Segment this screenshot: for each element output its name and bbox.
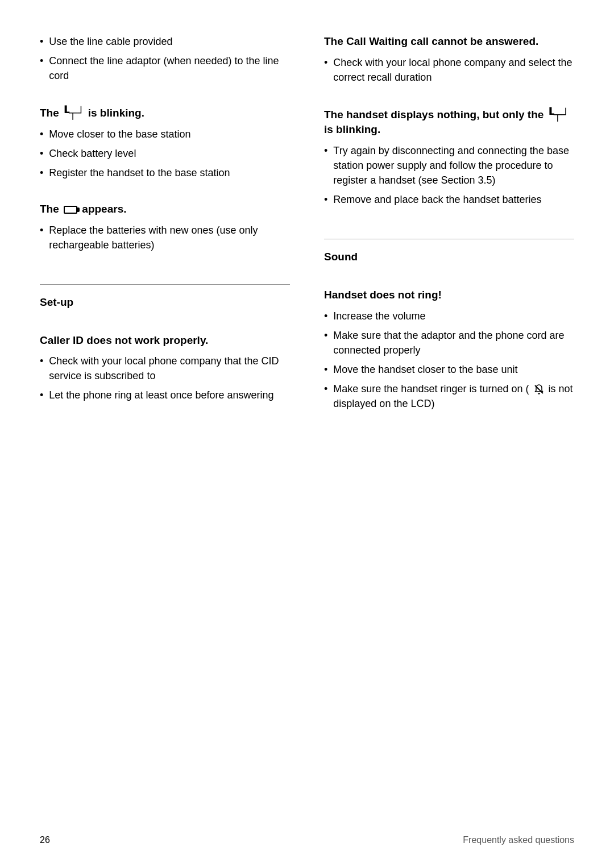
list-item: Move the handset closer to the base unit	[324, 362, 574, 377]
item-text: Register the handset to the base station	[49, 165, 230, 180]
page: Use the line cable provided Connect the …	[0, 0, 614, 868]
handset-blank-list: Try again by disconnecting and connectin…	[324, 143, 574, 207]
item-text: Replace the batteries with new ones (use…	[49, 223, 290, 252]
section-sound-label: Sound	[324, 250, 574, 271]
battery-appears-list: Replace the batteries with new ones (use…	[40, 223, 290, 252]
list-item: Connect the line adaptor (when needed) t…	[40, 53, 290, 83]
item-text: Increase the volume	[333, 309, 425, 323]
list-item: Remove and place back the handset batter…	[324, 192, 574, 207]
footer-section-label: Frequently asked questions	[463, 835, 574, 845]
antenna-icon2: ┖┬┘	[547, 108, 570, 121]
item-text: Move the handset closer to the base unit	[333, 362, 517, 377]
item-text: Check with your local phone company and …	[333, 55, 574, 85]
section-call-waiting: The Call Waiting call cannot be answered…	[324, 34, 574, 89]
battery-appears-title: The appears.	[40, 202, 290, 217]
handset-ring-list: Increase the volume Make sure that the a…	[324, 309, 574, 412]
list-item: Make sure that the adaptor and the phone…	[324, 328, 574, 358]
antenna-icon: ┖┬┘	[62, 106, 85, 119]
antenna-blinking-title: The ┖┬┘ is blinking.	[40, 105, 290, 121]
item-text: Let the phone ring at least once before …	[49, 388, 273, 402]
list-item: Check with your local phone company that…	[40, 354, 290, 383]
right-column: The Call Waiting call cannot be answered…	[324, 34, 574, 823]
list-item: Register the handset to the base station	[40, 165, 290, 180]
list-item: Increase the volume	[324, 309, 574, 323]
section-battery-appears: The appears. Replace the batteries with …	[40, 202, 290, 257]
section-setup-label: Set-up	[40, 295, 290, 316]
item-text: Try again by disconnecting and connectin…	[333, 143, 574, 188]
call-waiting-list: Check with your local phone company and …	[324, 55, 574, 85]
list-item: Move closer to the base station	[40, 127, 290, 142]
page-number: 26	[40, 835, 50, 845]
item-text: Check battery level	[49, 146, 136, 161]
list-item: Let the phone ring at least once before …	[40, 388, 290, 402]
handset-ring-title: Handset does not ring!	[324, 288, 574, 303]
antenna-blinking-list: Move closer to the base station Check ba…	[40, 127, 290, 180]
list-item: Check with your local phone company and …	[324, 55, 574, 85]
call-waiting-title: The Call Waiting call cannot be answered…	[324, 34, 574, 49]
section-cable: Use the line cable provided Connect the …	[40, 34, 290, 88]
list-item: Make sure the handset ringer is turned o…	[324, 381, 574, 412]
page-footer: 26 Frequently asked questions	[40, 835, 574, 845]
item-text: Make sure that the adaptor and the phone…	[333, 328, 574, 358]
title-pre: The handset displays nothing, but only t…	[324, 109, 547, 121]
list-item: Use the line cable provided	[40, 34, 290, 49]
caller-id-title: Caller ID does not work properly.	[40, 333, 290, 348]
title-pre: The	[40, 203, 62, 215]
caller-id-list: Check with your local phone company that…	[40, 354, 290, 402]
divider	[40, 284, 290, 285]
section-handset-blank: The handset displays nothing, but only t…	[324, 106, 574, 212]
section-caller-id: Caller ID does not work properly. Check …	[40, 333, 290, 408]
battery-icon	[64, 206, 77, 214]
sound-title: Sound	[324, 250, 574, 265]
item-text: Move closer to the base station	[49, 127, 190, 142]
section-antenna-blinking: The ┖┬┘ is blinking. Move closer to the …	[40, 105, 290, 185]
section-handset-ring: Handset does not ring! Increase the volu…	[324, 288, 574, 416]
divider-right	[324, 239, 574, 239]
item-text: Check with your local phone company that…	[49, 354, 290, 383]
title-post: appears.	[82, 203, 126, 215]
title-post: is blinking.	[85, 107, 144, 119]
item-text: Remove and place back the handset batter…	[333, 192, 541, 207]
item-text: Make sure the handset ringer is turned o…	[333, 381, 574, 412]
left-column: Use the line cable provided Connect the …	[40, 34, 290, 823]
title-pre: The	[40, 107, 62, 119]
title-post: is blinking.	[324, 123, 380, 135]
bell-slash-icon	[533, 383, 545, 397]
cable-list: Use the line cable provided Connect the …	[40, 34, 290, 83]
list-item: Try again by disconnecting and connectin…	[324, 143, 574, 188]
handset-blank-title: The handset displays nothing, but only t…	[324, 106, 574, 138]
item-text: Connect the line adaptor (when needed) t…	[49, 53, 290, 83]
list-item: Check battery level	[40, 146, 290, 161]
list-item: Replace the batteries with new ones (use…	[40, 223, 290, 252]
item-text: Use the line cable provided	[49, 34, 172, 49]
setup-title: Set-up	[40, 295, 290, 310]
